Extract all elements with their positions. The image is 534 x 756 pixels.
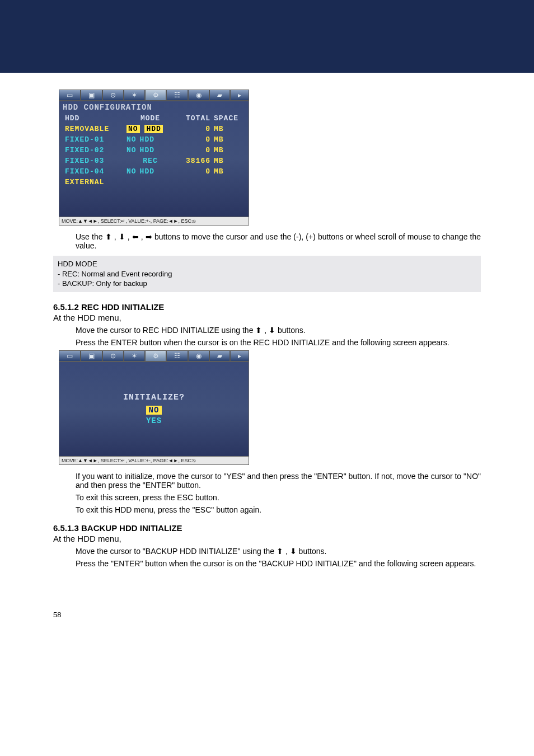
tab-2[interactable]: ▣ (81, 350, 102, 361)
option-no[interactable]: NO (146, 406, 162, 415)
initialize-screenshot: ▭ ▣ ⊙ ✶ ⚙ ☷ ◉ ▰ ▸ INITIALIZE? NO YES MOV… (53, 350, 481, 465)
hdd-total: 0 (174, 135, 210, 144)
tab-7[interactable]: ◉ (188, 350, 209, 361)
hdd-mode (127, 178, 174, 186)
hdd-name: FIXED-03 (65, 157, 127, 165)
tab-5-active[interactable]: ⚙ (145, 350, 167, 361)
gear-icon: ⚙ (153, 91, 159, 99)
tab-1[interactable]: ▭ (59, 90, 81, 101)
sep: , (139, 232, 146, 241)
generic-icon: ⊙ (110, 91, 116, 99)
tab-2[interactable]: ▣ (81, 90, 102, 101)
th-hdd: HDD (65, 114, 127, 123)
hdd-name: FIXED-04 (65, 167, 127, 176)
tab-9[interactable]: ▸ (230, 350, 249, 361)
hdd-total: 0 (174, 146, 210, 154)
th-space: SPACE (210, 114, 233, 123)
hdd-name: FIXED-01 (65, 135, 127, 144)
arrow-down-icon: ⬇ (290, 547, 297, 555)
arrow-up-icon: ⬆ (105, 233, 112, 241)
generic-icon: ☷ (174, 352, 180, 360)
section-heading-6513: 6.5.1.3 BACKUP HDD INITIALIZE (53, 523, 481, 533)
usage-paragraph: Use the ⬆ , ⬇ , ⬅ , ➡ buttons to move th… (76, 232, 481, 250)
hdd-mode: NO HDD (127, 146, 174, 154)
hdd-unit: MB (210, 167, 233, 176)
tab-1[interactable]: ▭ (59, 350, 81, 361)
hdd-mode: NO HDD (127, 125, 174, 133)
page-number: 58 (53, 611, 481, 619)
option-yes[interactable]: YES (146, 416, 162, 425)
sep: , (283, 547, 290, 556)
hdd-unit: MB (210, 146, 233, 154)
table-row[interactable]: FIXED-03 REC 38166 MB (65, 157, 243, 165)
tab-6[interactable]: ☷ (166, 90, 188, 101)
table-row[interactable]: EXTERNAL (65, 178, 243, 186)
hdd-total: 0 (174, 125, 210, 133)
tab-8[interactable]: ▰ (209, 90, 230, 101)
mode-no: NO (127, 125, 140, 133)
screenshot-tabs: ▭ ▣ ⊙ ✶ ⚙ ☷ ◉ ▰ ▸ (59, 350, 249, 361)
th-mode: MODE (127, 114, 174, 123)
note-line: HDD MODE (58, 259, 476, 269)
arrow-up-icon: ⬆ (277, 547, 283, 555)
hdd-name: EXTERNAL (65, 178, 127, 186)
generic-icon: ◉ (196, 91, 202, 99)
hdd-config-panel: HDD CONFIGURATION HDD MODE TOTAL SPACE R… (59, 101, 249, 217)
sep: , (262, 326, 269, 335)
text: buttons. (278, 326, 306, 335)
page-content: ▭ ▣ ⊙ ✶ ⚙ ☷ ◉ ▰ ▸ HDD CONFIGURATION HDD … (0, 73, 534, 636)
tab-8[interactable]: ▰ (209, 350, 230, 361)
hdd-unit (210, 178, 233, 186)
at-hdd-menu: At the HDD menu, (53, 534, 481, 543)
hdd-name: FIXED-02 (65, 146, 127, 154)
hdd-mode: REC (127, 157, 174, 165)
tab-4[interactable]: ✶ (124, 350, 145, 361)
mode-hdd: HDD (140, 167, 154, 176)
generic-icon: ✶ (132, 91, 137, 99)
text: Move the cursor to "BACKUP HDD INITIALIZ… (76, 547, 277, 556)
table-row[interactable]: FIXED-04 NO HDD 0 MB (65, 167, 243, 176)
generic-icon: ▭ (67, 91, 73, 99)
table-row[interactable]: FIXED-02 NO HDD 0 MB (65, 146, 243, 154)
para-text: Use the (76, 232, 105, 241)
option-no-label: NO (146, 406, 162, 415)
hdd-total: 38166 (174, 157, 210, 165)
generic-icon: ☷ (174, 91, 180, 99)
panel-footer-hints: MOVE:▲▼◄►, SELECT:↵, VALUE:+-, PAGE:◄►, … (59, 457, 249, 465)
text: Move the cursor to REC HDD INITIALIZE us… (76, 326, 255, 335)
tab-3[interactable]: ⊙ (102, 350, 124, 361)
generic-icon: ▰ (217, 91, 222, 99)
tab-5-active[interactable]: ⚙ (145, 90, 167, 101)
instruction-line: Move the cursor to REC HDD INITIALIZE us… (76, 326, 481, 335)
top-dark-band (0, 0, 534, 73)
text: buttons. (299, 547, 327, 556)
panel-title: HDD CONFIGURATION (59, 101, 249, 114)
panel-footer-hints: MOVE:▲▼◄►, SELECT:↵, VALUE:+-, PAGE:◄►, … (59, 217, 249, 226)
tab-6[interactable]: ☷ (166, 350, 188, 361)
generic-icon: ▰ (217, 352, 222, 360)
screenshot-tabs: ▭ ▣ ⊙ ✶ ⚙ ☷ ◉ ▰ ▸ (59, 90, 249, 101)
table-row[interactable]: REMOVABLE NO HDD 0 MB (65, 125, 243, 133)
instruction-line: Press the "ENTER" button when the cursor… (76, 559, 481, 568)
hdd-table: HDD MODE TOTAL SPACE REMOVABLE NO HDD 0 … (59, 114, 249, 214)
generic-icon: ▣ (88, 352, 95, 360)
arrow-down-icon: ⬇ (269, 326, 275, 334)
hdd-unit: MB (210, 125, 233, 133)
generic-icon: ✶ (132, 352, 137, 360)
tab-4[interactable]: ✶ (124, 90, 145, 101)
initialize-question: INITIALIZE? (123, 393, 185, 402)
table-row[interactable]: FIXED-01 NO HDD 0 MB (65, 135, 243, 144)
hdd-config-screenshot: ▭ ▣ ⊙ ✶ ⚙ ☷ ◉ ▰ ▸ HDD CONFIGURATION HDD … (53, 90, 481, 226)
note-box: HDD MODE - REC: Normal and Event recordi… (53, 256, 481, 292)
hdd-total (174, 178, 210, 186)
sep: , (112, 232, 119, 241)
tab-7[interactable]: ◉ (188, 90, 209, 101)
tab-9[interactable]: ▸ (230, 90, 249, 101)
hdd-mode: NO HDD (127, 135, 174, 144)
generic-icon: ▸ (238, 352, 241, 360)
tab-3[interactable]: ⊙ (102, 90, 124, 101)
section-heading-6512: 6.5.1.2 REC HDD INITIALIZE (53, 302, 481, 312)
initialize-panel: INITIALIZE? NO YES (59, 361, 249, 457)
generic-icon: ▣ (88, 91, 95, 99)
instruction-line: To exit this screen, press the ESC butto… (76, 493, 481, 502)
